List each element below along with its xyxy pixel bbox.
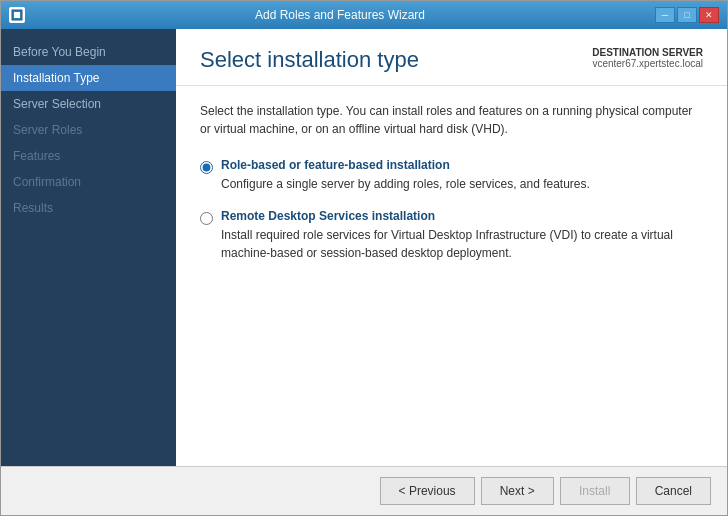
sidebar-item-features: Features: [1, 143, 176, 169]
wizard-body: Before You BeginInstallation TypeServer …: [1, 29, 727, 466]
window-controls: ─ □ ✕: [655, 7, 719, 23]
option-desc-remote-desktop: Install required role services for Virtu…: [221, 226, 703, 262]
option-label-role-based: Role-based or feature-based installation: [221, 158, 590, 172]
destination-value: vcenter67.xpertstec.local: [592, 58, 703, 69]
radio-role-based[interactable]: [200, 161, 213, 174]
option-desc-role-based: Configure a single server by adding role…: [221, 175, 590, 193]
content-area: Select the installation type. You can in…: [176, 86, 727, 466]
minimize-button[interactable]: ─: [655, 7, 675, 23]
install-button[interactable]: Install: [560, 477, 630, 505]
close-button[interactable]: ✕: [699, 7, 719, 23]
destination-server-info: DESTINATION SERVER vcenter67.xpertstec.l…: [592, 47, 703, 69]
intro-text: Select the installation type. You can in…: [200, 102, 703, 138]
sidebar-item-results: Results: [1, 195, 176, 221]
app-icon: [9, 7, 25, 23]
wizard-window: Add Roles and Features Wizard ─ □ ✕ Befo…: [0, 0, 728, 516]
destination-label: DESTINATION SERVER: [592, 47, 703, 58]
sidebar-item-installation-type[interactable]: Installation Type: [1, 65, 176, 91]
cancel-button[interactable]: Cancel: [636, 477, 711, 505]
svg-rect-1: [14, 12, 20, 18]
sidebar-item-server-roles: Server Roles: [1, 117, 176, 143]
option-role-based: Role-based or feature-based installation…: [200, 158, 703, 193]
main-header: Select installation type DESTINATION SER…: [176, 29, 727, 86]
sidebar-item-before-you-begin[interactable]: Before You Begin: [1, 39, 176, 65]
sidebar-item-server-selection[interactable]: Server Selection: [1, 91, 176, 117]
window-title: Add Roles and Features Wizard: [25, 8, 655, 22]
maximize-button[interactable]: □: [677, 7, 697, 23]
radio-remote-desktop[interactable]: [200, 212, 213, 225]
previous-button[interactable]: < Previous: [380, 477, 475, 505]
option-text-role-based: Role-based or feature-based installation…: [221, 158, 590, 193]
footer: < Previous Next > Install Cancel: [1, 466, 727, 515]
installation-type-options: Role-based or feature-based installation…: [200, 158, 703, 262]
sidebar: Before You BeginInstallation TypeServer …: [1, 29, 176, 466]
option-label-remote-desktop: Remote Desktop Services installation: [221, 209, 703, 223]
page-title: Select installation type: [200, 47, 419, 73]
sidebar-item-confirmation: Confirmation: [1, 169, 176, 195]
main-content: Select installation type DESTINATION SER…: [176, 29, 727, 466]
option-text-remote-desktop: Remote Desktop Services installationInst…: [221, 209, 703, 262]
title-bar: Add Roles and Features Wizard ─ □ ✕: [1, 1, 727, 29]
next-button[interactable]: Next >: [481, 477, 554, 505]
option-remote-desktop: Remote Desktop Services installationInst…: [200, 209, 703, 262]
